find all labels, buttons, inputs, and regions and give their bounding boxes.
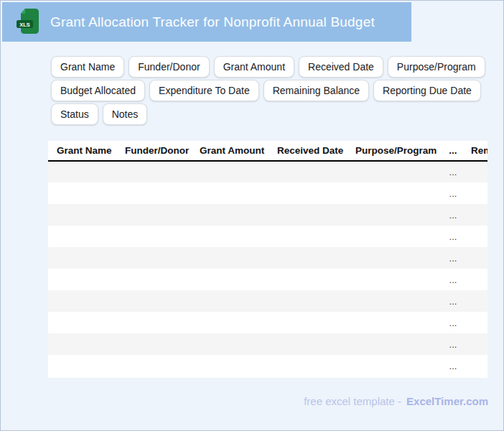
empty-cell (269, 161, 347, 182)
empty-cell (269, 247, 347, 269)
chip-grant-name[interactable]: Grant Name (51, 56, 124, 78)
table-header-funder-donor: Funder/Donor (116, 141, 191, 161)
footer-credit: free excel template - ExcelTimer.com (304, 395, 488, 407)
empty-cell (48, 182, 116, 204)
empty-cell (465, 312, 487, 333)
row-ellipsis: ... (441, 182, 465, 204)
empty-cell (116, 290, 191, 312)
chip-expenditure-to-date[interactable]: Expenditure To Date (149, 80, 259, 101)
empty-cell (191, 312, 269, 333)
chip-row: Grant NameFunder/DonorGrant AmountReceiv… (51, 56, 487, 78)
table-header-row: Grant NameFunder/DonorGrant AmountReceiv… (48, 141, 487, 161)
table-row: ... (48, 312, 487, 333)
page: XLS Grant Allocation Tracker for Nonprof… (0, 0, 504, 431)
table-row: ... (48, 333, 487, 355)
chip-notes[interactable]: Notes (103, 103, 148, 125)
row-ellipsis: ... (441, 161, 465, 182)
table-row: ... (48, 161, 487, 182)
empty-cell (191, 290, 269, 312)
table-row: ... (48, 355, 487, 376)
empty-cell (347, 290, 441, 312)
grants-preview-table: Grant NameFunder/DonorGrant AmountReceiv… (48, 141, 487, 376)
chip-funder-donor[interactable]: Funder/Donor (129, 56, 209, 78)
row-ellipsis: ... (441, 269, 465, 290)
empty-cell (465, 161, 487, 182)
header-banner: XLS Grant Allocation Tracker for Nonprof… (2, 2, 411, 42)
chip-received-date[interactable]: Received Date (299, 56, 383, 78)
empty-cell (116, 269, 191, 290)
table-row: ... (48, 290, 487, 312)
table-header-remaining-balance: Remaining Balance (465, 141, 487, 161)
chip-budget-allocated[interactable]: Budget Allocated (51, 80, 145, 101)
empty-cell (269, 182, 347, 204)
chip-remaining-balance[interactable]: Remaining Balance (263, 80, 369, 101)
empty-cell (269, 269, 347, 290)
empty-cell (48, 290, 116, 312)
chip-row: Budget AllocatedExpenditure To DateRemai… (51, 80, 487, 101)
empty-cell (191, 204, 269, 226)
empty-cell (116, 355, 191, 376)
empty-cell (269, 204, 347, 226)
page-title: Grant Allocation Tracker for Nonprofit A… (50, 14, 375, 30)
table-header-received-date: Received Date (269, 141, 347, 161)
column-chip-list: Grant NameFunder/DonorGrant AmountReceiv… (51, 56, 487, 127)
row-ellipsis: ... (441, 247, 465, 269)
empty-cell (116, 333, 191, 355)
empty-cell (465, 182, 487, 204)
empty-cell (191, 182, 269, 204)
empty-cell (116, 182, 191, 204)
chip-reporting-due-date[interactable]: Reporting Due Date (373, 80, 481, 101)
empty-cell (347, 204, 441, 226)
xls-file-icon: XLS (17, 8, 41, 37)
empty-cell (347, 312, 441, 333)
empty-cell (116, 204, 191, 226)
chip-grant-amount[interactable]: Grant Amount (214, 56, 294, 78)
empty-cell (465, 226, 487, 247)
empty-cell (191, 355, 269, 376)
empty-cell (191, 226, 269, 247)
row-ellipsis: ... (441, 226, 465, 247)
table-header-purpose-program: Purpose/Program (347, 141, 441, 161)
empty-cell (48, 204, 116, 226)
chip-row: StatusNotes (51, 103, 487, 125)
empty-cell (347, 182, 441, 204)
table-row: ... (48, 247, 487, 269)
empty-cell (465, 333, 487, 355)
empty-cell (116, 312, 191, 333)
empty-cell (347, 247, 441, 269)
empty-cell (347, 355, 441, 376)
empty-cell (48, 333, 116, 355)
empty-cell (191, 161, 269, 182)
empty-cell (465, 247, 487, 269)
empty-cell (116, 161, 191, 182)
empty-cell (347, 333, 441, 355)
chip-purpose-program[interactable]: Purpose/Program (388, 56, 485, 78)
empty-cell (347, 226, 441, 247)
row-ellipsis: ... (441, 333, 465, 355)
table-row: ... (48, 269, 487, 290)
empty-cell (347, 269, 441, 290)
empty-cell (465, 290, 487, 312)
empty-cell (269, 333, 347, 355)
row-ellipsis: ... (441, 290, 465, 312)
empty-cell (269, 226, 347, 247)
grants-table: Grant NameFunder/DonorGrant AmountReceiv… (48, 141, 487, 378)
footer-brand: ExcelTimer.com (406, 395, 488, 407)
chip-status[interactable]: Status (51, 103, 98, 125)
empty-cell (269, 290, 347, 312)
row-ellipsis: ... (441, 204, 465, 226)
empty-cell (465, 269, 487, 290)
row-ellipsis: ... (441, 355, 465, 376)
empty-cell (269, 312, 347, 333)
empty-cell (48, 312, 116, 333)
empty-cell (116, 247, 191, 269)
empty-cell (465, 355, 487, 376)
empty-cell (465, 204, 487, 226)
empty-cell (269, 355, 347, 376)
table-header-dots: ... (441, 141, 465, 161)
empty-cell (191, 269, 269, 290)
empty-cell (48, 269, 116, 290)
table-header-grant-name: Grant Name (48, 141, 116, 161)
empty-cell (48, 247, 116, 269)
empty-cell (116, 226, 191, 247)
